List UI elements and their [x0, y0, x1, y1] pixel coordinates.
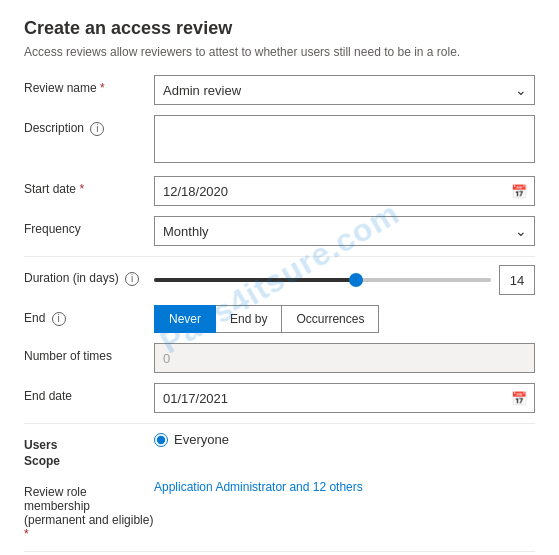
- end-date-control: 📅: [154, 383, 535, 413]
- frequency-label: Frequency: [24, 216, 154, 236]
- end-buttons-group: Never End by Occurrences: [154, 305, 535, 333]
- duration-label: Duration (in days) i: [24, 265, 154, 286]
- users-scope-label: Users Scope: [24, 432, 154, 469]
- review-role-link[interactable]: Application Administrator and 12 others: [154, 480, 363, 494]
- start-date-label: Start date *: [24, 176, 154, 196]
- number-of-times-input[interactable]: [154, 343, 535, 373]
- duration-slider-track[interactable]: [154, 278, 491, 282]
- review-role-label: Review role membership (permanent and el…: [24, 479, 154, 541]
- review-name-label: Review name *: [24, 75, 154, 95]
- review-name-control: [154, 75, 535, 105]
- duration-control: 14: [154, 265, 535, 295]
- everyone-label: Everyone: [174, 432, 229, 447]
- frequency-select[interactable]: Monthly Daily Weekly Quarterly Annually: [154, 216, 535, 246]
- end-label: End i: [24, 305, 154, 326]
- end-btn-never[interactable]: Never: [154, 305, 216, 333]
- end-btn-endby[interactable]: End by: [216, 305, 282, 333]
- start-date-input[interactable]: [154, 176, 535, 206]
- required-marker: *: [100, 81, 105, 95]
- description-input[interactable]: [154, 115, 535, 163]
- scope-radio-group: Everyone: [154, 432, 535, 447]
- everyone-radio[interactable]: [154, 433, 168, 447]
- page-subtitle: Access reviews allow reviewers to attest…: [24, 45, 535, 59]
- end-date-input[interactable]: [154, 383, 535, 413]
- duration-slider-thumb[interactable]: [349, 273, 363, 287]
- end-date-label: End date: [24, 383, 154, 403]
- number-of-times-label: Number of times: [24, 343, 154, 363]
- end-info-icon[interactable]: i: [52, 312, 66, 326]
- frequency-control: Monthly Daily Weekly Quarterly Annually: [154, 216, 535, 246]
- start-date-control: 📅: [154, 176, 535, 206]
- duration-value: 14: [499, 265, 535, 295]
- description-label: Description i: [24, 115, 154, 136]
- duration-info-icon[interactable]: i: [125, 272, 139, 286]
- page-title: Create an access review: [24, 18, 535, 39]
- review-role-control: Application Administrator and 12 others: [154, 479, 535, 494]
- description-info-icon[interactable]: i: [90, 122, 104, 136]
- users-scope-control: Everyone: [154, 432, 535, 447]
- end-control: Never End by Occurrences: [154, 305, 535, 333]
- number-of-times-control: [154, 343, 535, 373]
- description-control: [154, 115, 535, 166]
- end-btn-occurrences[interactable]: Occurrences: [282, 305, 379, 333]
- review-name-input[interactable]: [154, 75, 535, 105]
